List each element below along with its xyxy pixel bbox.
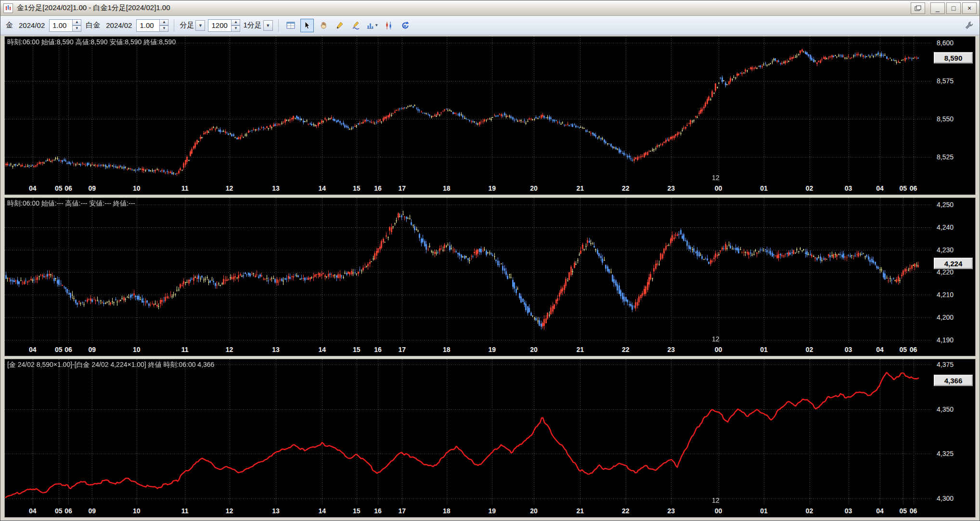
time-tick-label: 12: [226, 507, 233, 515]
time-tick-label: 10: [133, 184, 141, 192]
spin-down-icon[interactable]: ▼: [72, 26, 81, 32]
platinum-month-select[interactable]: 2024/02: [104, 21, 133, 29]
time-tick-label: 16: [374, 507, 382, 515]
bar-type-dropdown[interactable]: 分足 ▼: [180, 20, 205, 31]
gold-month-select[interactable]: 2024/02: [17, 21, 46, 29]
current-price-badge: 4,366: [934, 375, 973, 386]
platinum-chart-canvas[interactable]: [5, 198, 933, 344]
candlestick-style-button[interactable]: [382, 19, 396, 32]
title-bar[interactable]: 金1分足[2024/02]1.00 - 白金1分足[2024/02]1.00 _…: [0, 0, 980, 16]
pencil-icon: [335, 21, 344, 30]
time-tick-label: 23: [668, 346, 675, 353]
gold-multiplier-value[interactable]: 1.00: [49, 19, 72, 32]
gold-chart-canvas[interactable]: [5, 37, 933, 183]
time-tick-label: 00: [715, 507, 722, 515]
time-tick-label: 09: [88, 507, 96, 515]
time-tick-label: 13: [272, 346, 280, 353]
time-tick-label: 04: [876, 184, 884, 192]
date-label: 12: [712, 174, 720, 182]
bar-count-value[interactable]: 1200: [208, 19, 231, 32]
time-tick-label: 17: [398, 184, 406, 192]
price-tick-label: 4,230: [937, 246, 954, 254]
time-tick-label: 03: [845, 346, 852, 353]
toolbar-separator: [278, 19, 279, 32]
trendline-pencil-button[interactable]: [333, 19, 347, 32]
time-tick-label: 22: [622, 184, 630, 192]
time-tick-label: 22: [622, 507, 630, 515]
interval-dropdown[interactable]: 1分足 ▼: [243, 20, 272, 31]
spin-up-icon[interactable]: ▲: [72, 19, 81, 26]
chart-area: 時刻:06:00 始値:8,590 高値:8,590 安値:8,590 終値:8…: [0, 35, 980, 521]
pan-hand-button[interactable]: [317, 19, 330, 32]
indicator-bars-button[interactable]: ▼: [366, 19, 379, 32]
price-tick-label: 4,375: [937, 361, 954, 368]
time-tick-label: 05: [55, 507, 63, 515]
bar-count-stepper: 1200 ▲ ▼: [208, 19, 240, 32]
time-tick-label: 21: [577, 346, 584, 353]
time-tick-label: 02: [806, 507, 813, 515]
time-tick-label: 09: [88, 346, 96, 353]
time-tick-label: 18: [443, 346, 451, 353]
bar-type-label: 分足: [180, 21, 194, 30]
price-tick-label: 8,525: [937, 153, 954, 161]
gold-time-axis[interactable]: 0405060910111213141516171819202122230001…: [5, 183, 975, 195]
reload-button[interactable]: R: [399, 19, 412, 32]
platinum-time-axis[interactable]: 0405060910111213141516171819202122230001…: [5, 344, 975, 356]
time-tick-label: 01: [760, 346, 768, 353]
select-cursor-button[interactable]: [300, 19, 314, 32]
spread-chart-canvas[interactable]: [5, 359, 933, 506]
gold-label: 金: [4, 21, 14, 30]
settings-wrench-button[interactable]: [962, 19, 976, 32]
time-tick-label: 06: [64, 507, 72, 515]
chevron-down-icon[interactable]: ▼: [195, 20, 205, 31]
time-tick-label: 19: [488, 346, 496, 353]
time-tick-label: 21: [577, 184, 584, 192]
spin-down-icon[interactable]: ▼: [159, 26, 168, 32]
platinum-label: 白金: [84, 21, 102, 30]
time-tick-label: 10: [133, 346, 141, 353]
time-tick-label: 05: [900, 507, 907, 515]
spin-down-icon[interactable]: ▼: [231, 26, 240, 32]
time-tick-label: 11: [181, 184, 189, 192]
time-tick-label: 06: [910, 507, 917, 515]
maximize-button[interactable]: □: [946, 2, 961, 14]
time-tick-label: 15: [353, 507, 361, 515]
current-price-badge: 8,590: [934, 52, 973, 64]
platinum-multiplier-value[interactable]: 1.00: [136, 19, 159, 32]
chevron-down-icon[interactable]: ▼: [374, 23, 378, 27]
time-tick-label: 20: [530, 346, 538, 353]
freehand-pen-button[interactable]: [349, 19, 363, 32]
minimize-button[interactable]: _: [930, 2, 945, 14]
close-button[interactable]: ×: [962, 2, 977, 14]
time-tick-label: 13: [272, 507, 280, 515]
price-tick-label: 4,240: [937, 223, 954, 231]
time-tick-label: 16: [374, 346, 382, 353]
toolbar-separator: [174, 19, 174, 32]
time-tick-label: 04: [876, 346, 884, 353]
bar-chart-icon: [366, 22, 374, 29]
spread-time-axis[interactable]: 0405060910111213141516171819202122230001…: [5, 506, 975, 517]
time-tick-label: 05: [900, 184, 907, 192]
platinum-price-axis[interactable]: 4,2504,2404,2304,2204,2104,2004,1904,224: [933, 198, 975, 344]
gold-price-axis[interactable]: 8,6008,5758,5508,5258,590: [933, 37, 975, 183]
interval-label: 1分足: [243, 21, 261, 30]
time-tick-label: 15: [353, 346, 361, 353]
time-tick-label: 14: [319, 184, 326, 192]
spread-price-axis[interactable]: 4,3754,3504,3254,3004,366: [933, 359, 975, 506]
time-tick-label: 21: [577, 507, 584, 515]
time-tick-label: 05: [55, 184, 63, 192]
spin-up-icon[interactable]: ▲: [159, 19, 168, 26]
float-window-button[interactable]: [911, 2, 925, 14]
time-tick-label: 06: [910, 184, 917, 192]
time-tick-label: 04: [876, 507, 884, 515]
time-tick-label: 02: [806, 184, 813, 192]
time-tick-label: 23: [668, 184, 675, 192]
time-tick-label: 00: [715, 184, 722, 192]
chevron-down-icon[interactable]: ▼: [263, 20, 273, 31]
spin-up-icon[interactable]: ▲: [231, 19, 240, 26]
spread-plot: [金 24/02 8,590×1.00]-[白金 24/02 4,224×1.0…: [5, 359, 933, 506]
time-tick-label: 17: [398, 507, 406, 515]
time-tick-label: 14: [319, 507, 326, 515]
grid-window-button[interactable]: [284, 19, 297, 32]
time-tick-label: 13: [272, 184, 280, 192]
